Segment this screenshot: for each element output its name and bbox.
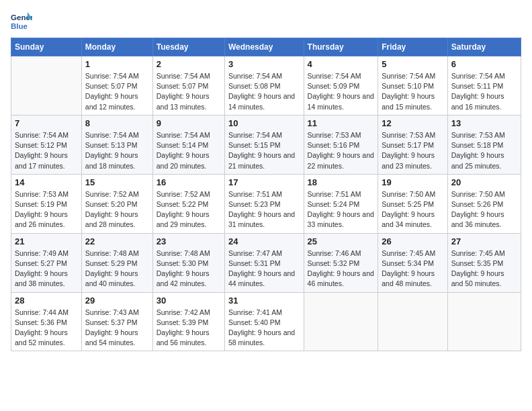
day-info: Sunrise: 7:53 AMSunset: 5:19 PMDaylight:… (15, 189, 78, 230)
day-number: 19 (382, 177, 443, 187)
day-info: Sunrise: 7:54 AMSunset: 5:15 PMDaylight:… (228, 130, 300, 171)
day-cell: 19 Sunrise: 7:50 AMSunset: 5:25 PMDaylig… (378, 174, 447, 233)
day-cell: 14 Sunrise: 7:53 AMSunset: 5:19 PMDaylig… (11, 174, 82, 233)
logo: General Blue (11, 11, 32, 32)
day-cell: 22 Sunrise: 7:48 AMSunset: 5:29 PMDaylig… (81, 233, 152, 292)
day-cell (447, 292, 521, 351)
day-cell: 17 Sunrise: 7:51 AMSunset: 5:23 PMDaylig… (224, 174, 304, 233)
day-number: 14 (15, 177, 78, 187)
day-number: 4 (308, 59, 375, 69)
day-number: 5 (382, 59, 443, 69)
day-info: Sunrise: 7:46 AMSunset: 5:32 PMDaylight:… (308, 248, 375, 289)
day-cell: 16 Sunrise: 7:52 AMSunset: 5:22 PMDaylig… (152, 174, 224, 233)
day-number: 26 (382, 236, 443, 246)
day-info: Sunrise: 7:53 AMSunset: 5:16 PMDaylight:… (308, 130, 375, 171)
day-info: Sunrise: 7:45 AMSunset: 5:35 PMDaylight:… (451, 248, 517, 289)
day-cell: 8 Sunrise: 7:54 AMSunset: 5:13 PMDayligh… (81, 115, 152, 174)
day-info: Sunrise: 7:54 AMSunset: 5:14 PMDaylight:… (157, 130, 221, 171)
day-number: 9 (157, 118, 221, 128)
day-number: 10 (228, 118, 300, 128)
day-cell: 24 Sunrise: 7:47 AMSunset: 5:31 PMDaylig… (224, 233, 304, 292)
day-info: Sunrise: 7:50 AMSunset: 5:25 PMDaylight:… (382, 189, 443, 230)
day-number: 18 (308, 177, 375, 187)
day-number: 8 (85, 118, 149, 128)
day-cell (11, 56, 82, 116)
day-cell (304, 292, 378, 351)
day-number: 20 (451, 177, 517, 187)
header-cell-sunday: Sunday (11, 38, 82, 56)
week-row-4: 21 Sunrise: 7:49 AMSunset: 5:27 PMDaylig… (11, 233, 521, 292)
day-number: 24 (228, 236, 300, 246)
day-cell: 20 Sunrise: 7:50 AMSunset: 5:26 PMDaylig… (447, 174, 521, 233)
day-number: 3 (228, 59, 300, 69)
day-cell: 1 Sunrise: 7:54 AMSunset: 5:07 PMDayligh… (81, 56, 152, 116)
day-number: 17 (228, 177, 300, 187)
header-row: SundayMondayTuesdayWednesdayThursdayFrid… (11, 38, 521, 56)
day-number: 12 (382, 118, 443, 128)
week-row-2: 7 Sunrise: 7:54 AMSunset: 5:12 PMDayligh… (11, 115, 521, 174)
day-number: 16 (157, 177, 221, 187)
day-info: Sunrise: 7:54 AMSunset: 5:13 PMDaylight:… (85, 130, 149, 171)
day-info: Sunrise: 7:42 AMSunset: 5:39 PMDaylight:… (157, 308, 221, 349)
day-cell: 13 Sunrise: 7:53 AMSunset: 5:18 PMDaylig… (447, 115, 521, 174)
day-info: Sunrise: 7:53 AMSunset: 5:18 PMDaylight:… (451, 130, 517, 171)
day-cell: 6 Sunrise: 7:54 AMSunset: 5:11 PMDayligh… (447, 56, 521, 116)
day-number: 21 (15, 236, 78, 246)
day-number: 1 (85, 59, 149, 69)
header-cell-monday: Monday (81, 38, 152, 56)
day-number: 22 (85, 236, 149, 246)
day-info: Sunrise: 7:52 AMSunset: 5:22 PMDaylight:… (157, 189, 221, 230)
page-header: General Blue (11, 11, 521, 32)
day-info: Sunrise: 7:54 AMSunset: 5:08 PMDaylight:… (228, 71, 300, 112)
day-cell: 25 Sunrise: 7:46 AMSunset: 5:32 PMDaylig… (304, 233, 378, 292)
day-number: 31 (228, 295, 300, 306)
day-number: 13 (451, 118, 517, 128)
day-cell: 3 Sunrise: 7:54 AMSunset: 5:08 PMDayligh… (224, 56, 304, 116)
day-cell: 12 Sunrise: 7:53 AMSunset: 5:17 PMDaylig… (378, 115, 447, 174)
day-cell: 15 Sunrise: 7:52 AMSunset: 5:20 PMDaylig… (81, 174, 152, 233)
week-row-5: 28 Sunrise: 7:44 AMSunset: 5:36 PMDaylig… (11, 292, 521, 351)
day-info: Sunrise: 7:49 AMSunset: 5:27 PMDaylight:… (15, 248, 78, 289)
svg-text:Blue: Blue (11, 22, 28, 30)
header-cell-tuesday: Tuesday (152, 38, 224, 56)
day-cell: 2 Sunrise: 7:54 AMSunset: 5:07 PMDayligh… (152, 56, 224, 116)
header-cell-saturday: Saturday (447, 38, 521, 56)
day-cell: 29 Sunrise: 7:43 AMSunset: 5:37 PMDaylig… (81, 292, 152, 351)
day-cell: 23 Sunrise: 7:48 AMSunset: 5:30 PMDaylig… (152, 233, 224, 292)
day-info: Sunrise: 7:47 AMSunset: 5:31 PMDaylight:… (228, 248, 300, 289)
day-info: Sunrise: 7:41 AMSunset: 5:40 PMDaylight:… (228, 308, 300, 349)
day-cell: 9 Sunrise: 7:54 AMSunset: 5:14 PMDayligh… (152, 115, 224, 174)
day-number: 30 (157, 295, 221, 306)
header-cell-thursday: Thursday (304, 38, 378, 56)
day-info: Sunrise: 7:53 AMSunset: 5:17 PMDaylight:… (382, 130, 443, 171)
day-number: 15 (85, 177, 149, 187)
day-cell: 10 Sunrise: 7:54 AMSunset: 5:15 PMDaylig… (224, 115, 304, 174)
week-row-3: 14 Sunrise: 7:53 AMSunset: 5:19 PMDaylig… (11, 174, 521, 233)
header-cell-wednesday: Wednesday (224, 38, 304, 56)
day-cell: 27 Sunrise: 7:45 AMSunset: 5:35 PMDaylig… (447, 233, 521, 292)
day-cell: 26 Sunrise: 7:45 AMSunset: 5:34 PMDaylig… (378, 233, 447, 292)
day-info: Sunrise: 7:48 AMSunset: 5:30 PMDaylight:… (157, 248, 221, 289)
day-number: 11 (308, 118, 375, 128)
day-info: Sunrise: 7:50 AMSunset: 5:26 PMDaylight:… (451, 189, 517, 230)
day-cell: 18 Sunrise: 7:51 AMSunset: 5:24 PMDaylig… (304, 174, 378, 233)
day-cell: 4 Sunrise: 7:54 AMSunset: 5:09 PMDayligh… (304, 56, 378, 116)
day-info: Sunrise: 7:48 AMSunset: 5:29 PMDaylight:… (85, 248, 149, 289)
day-cell: 31 Sunrise: 7:41 AMSunset: 5:40 PMDaylig… (224, 292, 304, 351)
week-row-1: 1 Sunrise: 7:54 AMSunset: 5:07 PMDayligh… (11, 56, 521, 116)
day-number: 29 (85, 295, 149, 306)
day-number: 6 (451, 59, 517, 69)
day-info: Sunrise: 7:54 AMSunset: 5:09 PMDaylight:… (308, 71, 375, 112)
day-info: Sunrise: 7:43 AMSunset: 5:37 PMDaylight:… (85, 308, 149, 349)
day-cell: 7 Sunrise: 7:54 AMSunset: 5:12 PMDayligh… (11, 115, 82, 174)
day-info: Sunrise: 7:45 AMSunset: 5:34 PMDaylight:… (382, 248, 443, 289)
day-number: 2 (157, 59, 221, 69)
day-info: Sunrise: 7:44 AMSunset: 5:36 PMDaylight:… (15, 308, 78, 349)
day-number: 27 (451, 236, 517, 246)
day-number: 7 (15, 118, 78, 128)
logo-icon: General Blue (11, 11, 32, 32)
day-cell (378, 292, 447, 351)
day-number: 28 (15, 295, 78, 306)
day-info: Sunrise: 7:54 AMSunset: 5:11 PMDaylight:… (451, 71, 517, 112)
day-info: Sunrise: 7:54 AMSunset: 5:12 PMDaylight:… (15, 130, 78, 171)
